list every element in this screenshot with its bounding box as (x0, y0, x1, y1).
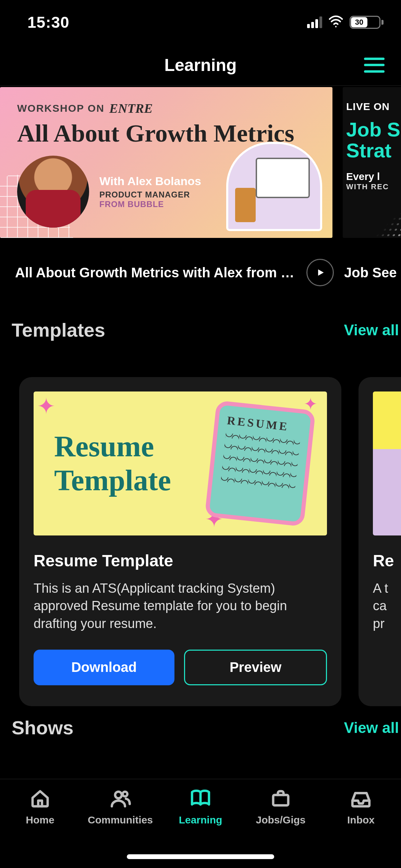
section-title: Templates (12, 319, 105, 341)
template-actions: Download Preview (34, 650, 327, 685)
presenter-avatar (17, 156, 89, 228)
workshop-title-text: All About Growth Metrics with Alex from … (15, 265, 296, 280)
play-icon (315, 268, 325, 277)
home-icon (29, 787, 51, 810)
view-all-link[interactable]: View all (344, 322, 401, 339)
templates-section-header: Templates View all (12, 319, 401, 341)
inbox-icon (350, 787, 372, 810)
live-label: LIVE ON (346, 101, 401, 112)
menu-button[interactable] (364, 58, 385, 73)
thumbnail-illustration (226, 142, 322, 231)
sparkle-icon: ✦ (37, 394, 56, 419)
view-all-link[interactable]: View all (344, 719, 401, 736)
workshop-thumbnail: LIVE ON Job S Strat Every l WITH REC (343, 87, 401, 238)
workshop-title-text: Job See (344, 265, 399, 280)
template-card[interactable]: Re A t ca pr (359, 377, 401, 706)
workshop-headline: Job S Strat (346, 119, 401, 161)
presenter-name: With Alex Bolanos (99, 174, 201, 188)
status-right: 30 (307, 14, 380, 31)
thumbnail-text: Resume Template (54, 430, 171, 497)
template-card[interactable]: ✦ ✦ ✦ Resume Template RESUME Resume Temp… (19, 377, 341, 706)
workshops-carousel[interactable]: WORKSHOP ON ENTRE All About Growth Metri… (0, 87, 401, 248)
workshop-title-item[interactable]: Job See (344, 254, 399, 291)
play-button[interactable] (306, 259, 334, 286)
templates-carousel[interactable]: ✦ ✦ ✦ Resume Template RESUME Resume Temp… (0, 377, 401, 706)
svg-point-1 (123, 792, 127, 796)
thumbnail-decoration (358, 183, 401, 238)
template-thumbnail: ✦ ✦ ✦ Resume Template RESUME (34, 391, 327, 535)
battery-indicator: 30 (350, 16, 380, 29)
section-title: Shows (12, 716, 73, 739)
thumbnail-illustration: RESUME (205, 400, 316, 527)
tab-label: Inbox (347, 814, 375, 826)
workshops-titles-row: All About Growth Metrics with Alex from … (0, 254, 401, 291)
shows-section-header: Shows View all (12, 716, 401, 739)
home-indicator[interactable] (127, 854, 274, 859)
template-description: A t ca pr (373, 580, 401, 632)
tab-inbox[interactable]: Inbox (321, 787, 401, 868)
template-description: This is an ATS(Applicant tracking System… (34, 580, 327, 632)
wifi-icon (328, 14, 343, 31)
status-bar: 15:30 30 (0, 0, 401, 45)
template-thumbnail (373, 391, 401, 535)
workshop-card[interactable]: LIVE ON Job S Strat Every l WITH REC (343, 87, 401, 248)
workshop-title-item[interactable]: All About Growth Metrics with Alex from … (15, 254, 334, 291)
brand-logo: ENTRE (109, 101, 153, 116)
briefcase-icon (269, 787, 292, 810)
tab-label: Communities (88, 814, 153, 826)
tab-label: Learning (179, 814, 222, 826)
workshop-card[interactable]: WORKSHOP ON ENTRE All About Growth Metri… (0, 87, 332, 248)
svg-rect-2 (273, 795, 288, 805)
workshop-schedule: Every l (346, 171, 401, 182)
tab-home[interactable]: Home (0, 787, 80, 868)
cellular-signal-icon (307, 16, 322, 28)
svg-point-0 (115, 792, 122, 798)
book-icon (189, 787, 212, 810)
tab-label: Home (26, 814, 54, 826)
presenter-role: PRODUCT MANAGER (99, 190, 201, 200)
preview-button[interactable]: Preview (184, 650, 327, 685)
battery-percentage: 30 (355, 18, 363, 27)
workshop-presenter: With Alex Bolanos PRODUCT MANAGER FROM B… (17, 156, 201, 228)
workshop-thumbnail: WORKSHOP ON ENTRE All About Growth Metri… (0, 87, 332, 238)
workshop-eyebrow: WORKSHOP ON ENTRE (17, 101, 315, 116)
communities-icon (109, 787, 132, 810)
status-clock: 15:30 (27, 13, 70, 32)
template-title: Re (373, 551, 401, 570)
screen-header: Learning (0, 45, 401, 86)
download-button[interactable]: Download (34, 650, 174, 685)
presenter-company: FROM BUBBLE (99, 200, 201, 209)
page-title: Learning (164, 55, 236, 75)
hamburger-icon (364, 58, 385, 60)
tab-label: Jobs/Gigs (256, 814, 305, 826)
template-title: Resume Template (34, 551, 327, 570)
